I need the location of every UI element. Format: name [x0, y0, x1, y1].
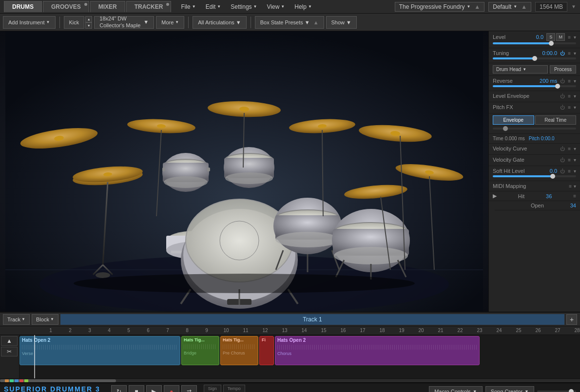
vel-gate-power-icon[interactable]: ⏻: [560, 157, 565, 163]
pitch-fx-expand-icon[interactable]: ▾: [574, 105, 576, 110]
reverse-power-icon[interactable]: ⏻: [560, 78, 565, 84]
tuning-expand-icon[interactable]: ▾: [574, 51, 576, 56]
preset-dropdown[interactable]: Default ▼ ▲: [488, 2, 531, 12]
level-expand-icon[interactable]: ▾: [574, 35, 576, 40]
main-area: Level 0.0 S M ≡ ▾ Tuning: [0, 31, 580, 312]
project-dropdown[interactable]: The Progressive Foundry ▼ ▲: [395, 2, 485, 12]
level-value: 0.0: [536, 34, 543, 40]
soft-hit-label: Soft Hit Level: [493, 168, 524, 174]
menu-help[interactable]: Help ▼: [290, 3, 317, 10]
tab-grooves[interactable]: GROOVES: [43, 1, 89, 12]
soft-hit-menu-icon[interactable]: ≡: [568, 168, 571, 174]
midi-expand-icon[interactable]: ▾: [574, 184, 576, 189]
time-pitch-section: Time 0.000 ms Pitch 0:00.0: [489, 134, 580, 144]
hit-label: Hit: [518, 193, 524, 199]
track-button[interactable]: Track ▼: [3, 314, 30, 325]
vel-gate-expand-icon[interactable]: ▾: [574, 157, 576, 163]
envelope-button[interactable]: Envelope: [493, 115, 534, 125]
reverse-expand-icon[interactable]: ▾: [574, 78, 576, 84]
box-state-presets[interactable]: Box State Presets ▼ ▲: [255, 16, 324, 29]
track-controls-bar: Track ▼ Block ▼ Track 1 +: [0, 313, 580, 326]
soft-hit-value: 0.0: [550, 168, 557, 174]
open-label: Open: [531, 203, 544, 208]
soft-hit-power-icon[interactable]: ⏻: [560, 168, 565, 174]
track-block-verse[interactable]: Hats Open 2 Verse: [19, 336, 180, 365]
pitch-fx-menu-icon[interactable]: ≡: [568, 105, 571, 110]
tuning-slider-track[interactable]: [493, 57, 576, 59]
macro-controls-button[interactable]: Macro Controls ▼: [429, 386, 483, 392]
midi-menu-icon[interactable]: ≡: [569, 184, 572, 189]
play-button[interactable]: ▶: [146, 385, 162, 392]
tuning-value: 0:00.0: [542, 50, 558, 56]
hit-icon[interactable]: ≡: [573, 193, 576, 199]
track-block-bridge[interactable]: Hats Tig... Bridge: [181, 336, 219, 365]
volume-thumb[interactable]: [569, 389, 574, 392]
menu-settings[interactable]: Settings ▼: [226, 3, 262, 10]
tab-drums[interactable]: DRUMS: [4, 1, 42, 12]
process-button[interactable]: Process: [550, 65, 576, 74]
menu-edit[interactable]: Edit ▼: [201, 3, 226, 10]
tuning-menu-icon[interactable]: ≡: [568, 51, 571, 56]
svg-point-74: [74, 274, 415, 293]
add-instrument-button[interactable]: Add Instrument ▼: [3, 16, 56, 29]
kick-down-arrow[interactable]: ▼: [85, 22, 92, 29]
hit-row: ▶ Hit 36 ≡: [489, 191, 580, 201]
envelope-slider[interactable]: [493, 128, 576, 130]
toolbar: Add Instrument ▼ Kick ▲ ▼ 18x24" DW Coll…: [0, 14, 580, 31]
level-env-power-icon[interactable]: ⏻: [560, 93, 565, 99]
tuning-power-icon[interactable]: ⏻: [560, 51, 565, 56]
track-block-fi[interactable]: Fi: [259, 336, 274, 365]
tab-tracker[interactable]: TRACKER: [126, 1, 172, 12]
track-block-prechorus[interactable]: Hats Tig... Pre Chorus: [220, 336, 258, 365]
tempo-display[interactable]: Tempo 100: [223, 385, 245, 392]
level-menu-icon[interactable]: ≡: [568, 35, 571, 40]
add-track-button[interactable]: +: [566, 314, 577, 325]
articulations-dropdown[interactable]: All Articulations ▼: [193, 16, 246, 29]
select-tool-button[interactable]: ▲: [1, 336, 18, 346]
stop-button[interactable]: ■: [129, 385, 144, 392]
envelope-toggle-group: Envelope Real Time: [493, 115, 576, 125]
track-block-chorus[interactable]: Hats Open 2 Chorus: [275, 336, 480, 365]
show-button[interactable]: Show ▼: [326, 16, 357, 29]
tab-mixer[interactable]: MIXER: [90, 1, 125, 12]
vel-curve-menu-icon[interactable]: ≡: [568, 146, 571, 151]
record-button[interactable]: ●: [164, 385, 179, 392]
svg-point-11: [96, 272, 110, 278]
expand-icon[interactable]: ▼: [571, 4, 576, 9]
level-slider-track[interactable]: [493, 42, 576, 44]
reverse-slider[interactable]: [493, 85, 576, 87]
track-scrollbar[interactable]: [0, 378, 580, 382]
level-env-menu-icon[interactable]: ≡: [568, 93, 571, 99]
reverse-menu-icon[interactable]: ≡: [568, 78, 571, 84]
menu-file[interactable]: File ▼: [176, 3, 200, 10]
pitch-fx-power-icon[interactable]: ⏻: [560, 105, 565, 110]
drum-model[interactable]: 18x24" DW Collector's Maple ▼: [94, 16, 154, 29]
vel-curve-power-icon[interactable]: ⏻: [560, 146, 565, 151]
solo-button[interactable]: S: [546, 33, 555, 41]
level-env-expand-icon[interactable]: ▾: [574, 93, 576, 99]
time-signature[interactable]: Sign 4/4: [204, 385, 221, 392]
song-creator-button[interactable]: Song Creator ▼: [485, 386, 534, 392]
mute-button[interactable]: M: [556, 33, 565, 41]
velocity-curve-section: Velocity Curve ⏻ ≡ ▾: [489, 144, 580, 155]
more-button[interactable]: More ▼: [156, 16, 184, 29]
block-button[interactable]: Block ▼: [32, 314, 58, 325]
reverse-label: Reverse: [493, 78, 513, 84]
bottom-bar: SUPERIOR DRUMMER 3 V 2.9.4 ↻ ■ ▶ ● ⇄ Sig…: [0, 382, 580, 392]
drumhead-dropdown[interactable]: Drum Head ▼: [493, 65, 548, 74]
menu-view[interactable]: View ▼: [262, 3, 290, 10]
scissors-tool-button[interactable]: ✂: [1, 347, 18, 356]
tuning-label: Tuning: [493, 50, 509, 56]
vel-gate-menu-icon[interactable]: ≡: [568, 157, 571, 163]
soft-hit-slider[interactable]: [493, 175, 576, 177]
drum-canvas: [0, 31, 488, 312]
svg-point-30: [164, 176, 208, 188]
kick-up-arrow[interactable]: ▲: [85, 16, 92, 22]
loop-button[interactable]: ↻: [111, 385, 127, 392]
open-value: 34: [570, 203, 576, 208]
bounce-button[interactable]: ⇄: [181, 385, 197, 392]
soft-hit-expand-icon[interactable]: ▾: [574, 168, 576, 174]
level-envelope-label: Level Envelope: [493, 93, 529, 99]
real-time-button[interactable]: Real Time: [535, 115, 577, 125]
vel-curve-expand-icon[interactable]: ▾: [574, 146, 576, 151]
